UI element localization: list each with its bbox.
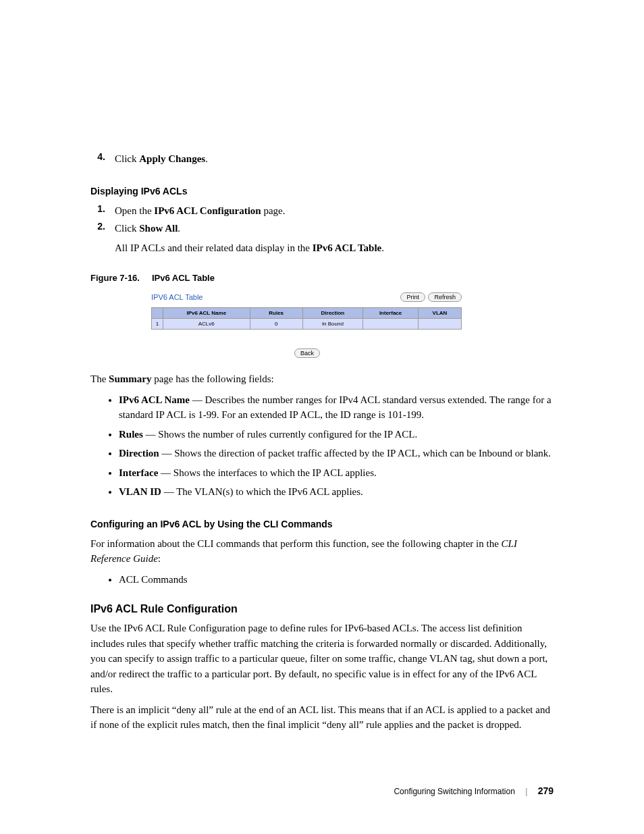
step-2-sub: All IP ACLs and their related data displ… [115,240,554,256]
acl-table-title: IPV6 ACL Table [151,293,203,301]
summary-prefix: The [90,373,109,384]
displaying-heading: Displaying IPv6 ACLs [90,186,554,197]
step-2: 2. Click Show All. All IP ACLs and their… [90,221,554,255]
field-item: Interface — Shows the interfaces to whic… [119,465,554,481]
footer-separator: | [525,787,527,796]
field-name: IPv6 ACL Name [119,394,190,405]
rule-config-heading: IPv6 ACL Rule Configuration [90,603,554,615]
step-2-number: 2. [90,221,105,255]
cell-rules: 0 [250,319,302,329]
field-desc: — Shows the direction of packet traffic … [159,448,551,459]
step-4-suffix: . [205,153,208,164]
cell-name: ACLv6 [163,319,250,329]
step-1-prefix: Open the [115,205,154,216]
step-4-prefix: Click [115,153,139,164]
figure-caption: Figure 7-16.IPv6 ACL Table [90,273,554,283]
field-desc: — Shows the number of rules currently co… [143,429,417,440]
back-button[interactable]: Back [294,348,320,358]
col-header-direction: Direction [303,308,363,319]
field-list: IPv6 ACL Name — Describes the number ran… [90,392,554,500]
refresh-button[interactable]: Refresh [428,292,462,302]
step-2-sub-suffix: . [381,242,384,253]
footer-page-number: 279 [538,785,554,796]
step-2-prefix: Click [115,223,139,234]
step-2-sub-bold: IPv6 ACL Table [313,242,382,253]
step-4-text: Click Apply Changes. [115,151,554,167]
field-item: Rules — Shows the number of rules curren… [119,427,554,442]
col-header-rules: Rules [250,308,302,319]
step-2-bold: Show All [139,223,178,234]
cli-heading: Configuring an IPv6 ACL by Using the CLI… [90,519,554,529]
cli-bullets: ACL Commands [90,572,554,588]
cell-index: 1 [152,319,163,329]
col-header-vlan: VLAN [419,308,461,319]
step-4: 4. Click Apply Changes. [90,151,554,167]
field-desc: — Shows the interfaces to which the IP A… [158,467,376,478]
step-2-text: Click Show All. All IP ACLs and their re… [115,221,554,255]
field-item: VLAN ID — The VLAN(s) to which the IPv6 … [119,484,554,500]
summary-suffix: page has the following fields: [151,373,273,384]
page-footer: Configuring Switching Information | 279 [394,785,554,796]
field-desc: — The VLAN(s) to which the IPv6 ACL appl… [161,486,363,497]
col-header-index [152,308,163,319]
col-header-interface: Interface [363,308,418,319]
cli-text-suffix: : [158,553,161,564]
step-1-bold: IPv6 ACL Configuration [154,205,261,216]
rule-p2: There is an implicit “deny all” rule at … [90,702,554,733]
step-4-number: 4. [90,151,105,167]
field-name: Direction [119,448,159,459]
summary-bold: Summary [109,373,151,384]
field-name: Interface [119,467,158,478]
figure-ipv6-acl-table: IPV6 ACL Table Print Refresh 1 IPv6 ACL … [151,292,554,358]
cell-direction: In Bound [303,319,363,329]
rule-p1: Use the IPv6 ACL Rule Configuration page… [90,621,554,697]
cli-text: For information about the CLI commands t… [90,536,554,567]
step-4-bold: Apply Changes [139,153,205,164]
field-name: VLAN ID [119,486,161,497]
col-header-name: IPv6 ACL Name [163,308,250,319]
print-button[interactable]: Print [400,292,425,302]
step-1-number: 1. [90,203,105,219]
figure-title: IPv6 ACL Table [152,273,215,283]
step-1-suffix: page. [261,205,286,216]
field-item: IPv6 ACL Name — Describes the number ran… [119,392,554,423]
step-1: 1. Open the IPv6 ACL Configuration page. [90,203,554,219]
acl-table: 1 IPv6 ACL Name ACLv6 Rules 0 Direction … [151,307,462,330]
field-item: Direction — Shows the direction of packe… [119,446,554,461]
step-2-suffix: . [178,223,180,234]
figure-number: Figure 7-16. [90,273,140,283]
step-1-text: Open the IPv6 ACL Configuration page. [115,203,554,219]
cell-interface [363,319,418,329]
step-2-sub-prefix: All IP ACLs and their related data displ… [115,242,313,253]
cli-bullet-item: ACL Commands [119,572,554,588]
field-name: Rules [119,429,143,440]
footer-section: Configuring Switching Information [394,787,514,796]
cli-text-prefix: For information about the CLI commands t… [90,538,502,549]
cell-vlan [419,319,461,329]
summary-intro: The Summary page has the following field… [90,371,554,387]
